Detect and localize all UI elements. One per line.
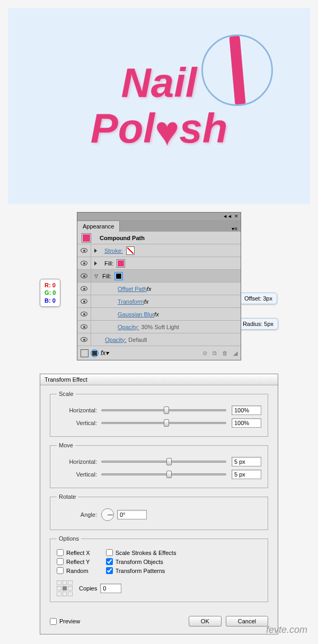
scale-h-slider[interactable] [101, 409, 226, 411]
scale-h-label: Horizontal: [57, 407, 97, 413]
scale-legend: Scale [57, 391, 76, 397]
move-h-input[interactable] [232, 457, 261, 466]
visibility-icon[interactable] [81, 337, 87, 342]
reflect-x-label: Reflect X [66, 550, 90, 556]
copies-label: Copies [79, 585, 97, 592]
anchor-reference[interactable] [57, 580, 73, 596]
fx-indicator: fx [154, 311, 159, 317]
transform-objects-label: Transform Objects [116, 559, 163, 565]
close-icon[interactable]: ✕ [234, 214, 238, 219]
rgb-r: R: 0 [45, 281, 56, 289]
rgb-b: B: 0 [45, 297, 56, 304]
angle-label: Angle: [57, 511, 97, 518]
scale-h-input[interactable] [232, 405, 261, 415]
stroke-link[interactable]: Stroke: [104, 248, 123, 254]
visibility-icon[interactable] [81, 299, 87, 304]
visibility-icon[interactable] [81, 274, 87, 278]
rotate-legend: Rotate [57, 493, 78, 500]
offset-path-row[interactable]: Offset Path fx [77, 283, 241, 295]
panel-top-bar: ◄◄ ✕ [77, 213, 241, 220]
visibility-icon[interactable] [81, 248, 87, 253]
magnified-stroke [228, 34, 245, 106]
fill-label-2: Fill: [102, 273, 111, 279]
expand-icon[interactable] [94, 249, 97, 253]
opacity-value-1: 30% Soft Light [141, 324, 179, 330]
rgb-g: G: 0 [45, 289, 56, 296]
opacity-link-1[interactable]: Opacity: [118, 324, 139, 330]
dialog-title: Transform Effect [40, 374, 278, 385]
visibility-icon[interactable] [81, 324, 87, 329]
main-opacity-row[interactable]: Opacity: Default [77, 333, 241, 346]
preview-checkbox[interactable] [50, 618, 57, 625]
scale-strokes-label: Scale Strokes & Effects [116, 550, 176, 556]
offset-path-link[interactable]: Offset Path [118, 286, 147, 292]
opacity-link-2[interactable]: Opacity: [105, 337, 126, 343]
reflect-y-checkbox[interactable] [57, 558, 64, 565]
transform-patterns-label: Transform Patterns [116, 568, 165, 574]
trash-icon[interactable]: 🗑 [222, 350, 228, 357]
ok-button[interactable]: OK [189, 616, 222, 627]
random-label: Random [66, 568, 89, 574]
stroke-swatch-none[interactable] [126, 246, 135, 255]
transform-patterns-checkbox[interactable] [106, 567, 113, 574]
main-swatch[interactable] [82, 233, 91, 243]
collapse-tri-icon[interactable]: ▽ [94, 274, 98, 279]
stroke-row[interactable]: Stroke: [77, 244, 241, 257]
scale-strokes-checkbox[interactable] [106, 549, 113, 556]
fill-target-icon[interactable] [91, 349, 99, 357]
fill-row-2[interactable]: ▽ Fill: [77, 270, 241, 283]
options-fieldset: Options Reflect X Reflect Y Random Scale… [50, 535, 268, 602]
options-legend: Options [57, 535, 81, 542]
reflect-y-label: Reflect Y [66, 559, 90, 565]
move-legend: Move [57, 442, 75, 448]
collapse-icon[interactable]: ◄◄ [223, 214, 232, 219]
transform-link[interactable]: Transform [118, 298, 144, 305]
copies-input[interactable] [100, 584, 121, 593]
clear-icon[interactable]: ⊘ [202, 350, 207, 357]
appearance-panel: ◄◄ ✕ Appearance ▾≡ Compound Path Stroke:… [77, 212, 241, 360]
scale-v-label: Vertical: [57, 420, 97, 426]
offset-callout: Offset: 3px [240, 293, 277, 304]
move-v-slider[interactable] [101, 473, 226, 475]
appearance-tab[interactable]: Appearance [77, 220, 120, 232]
angle-dial[interactable] [101, 508, 114, 521]
scale-v-input[interactable] [232, 418, 261, 428]
random-checkbox[interactable] [57, 567, 64, 574]
transform-objects-checkbox[interactable] [106, 558, 113, 565]
transform-effect-dialog: Transform Effect Scale Horizontal: Verti… [40, 374, 278, 634]
radius-callout: Radius: 5px [238, 318, 278, 330]
cancel-button[interactable]: Cancel [226, 616, 268, 627]
duplicate-icon[interactable]: ⧉ [213, 350, 217, 357]
fill-row-1[interactable]: Fill: [77, 257, 241, 270]
panel-footer: fx▾ ⊘ ⧉ 🗑 ◢ [77, 346, 241, 360]
fill-opacity-row[interactable]: Opacity: 30% Soft Light [77, 321, 241, 333]
angle-input[interactable] [117, 510, 147, 519]
panel-menu-icon[interactable]: ▾≡ [232, 226, 237, 232]
fill-label-1: Fill: [104, 260, 113, 267]
text-line2b: sh [179, 105, 227, 152]
fill-swatch-black[interactable] [114, 272, 123, 280]
gaussian-link[interactable]: Gaussian Blur [118, 311, 154, 317]
opacity-value-2: Default [128, 337, 147, 343]
move-v-label: Vertical: [57, 471, 97, 478]
artwork-preview: Nail Pol♥sh [8, 8, 310, 204]
move-h-slider[interactable] [101, 461, 226, 463]
transform-row[interactable]: Transform fx [77, 295, 241, 308]
heart-glyph: ♥ [155, 108, 179, 154]
watermark: fevte.com [266, 624, 307, 636]
move-v-input[interactable] [232, 470, 261, 479]
no-fill-icon[interactable] [81, 349, 89, 357]
compound-path-row[interactable]: Compound Path [77, 232, 241, 244]
add-effect-button[interactable]: fx▾ [101, 349, 109, 357]
gaussian-row[interactable]: Gaussian Blur fx [77, 308, 241, 321]
fill-swatch-pink[interactable] [117, 259, 125, 268]
rgb-callout: R: 0 G: 0 B: 0 [40, 279, 60, 307]
visibility-icon[interactable] [81, 312, 87, 316]
reflect-x-checkbox[interactable] [57, 549, 64, 556]
scale-v-slider[interactable] [101, 422, 226, 424]
resize-icon[interactable]: ◢ [233, 350, 237, 357]
visibility-icon[interactable] [81, 261, 87, 266]
expand-icon[interactable] [94, 261, 97, 266]
visibility-icon[interactable] [81, 286, 87, 291]
fx-indicator: fx [147, 286, 152, 292]
